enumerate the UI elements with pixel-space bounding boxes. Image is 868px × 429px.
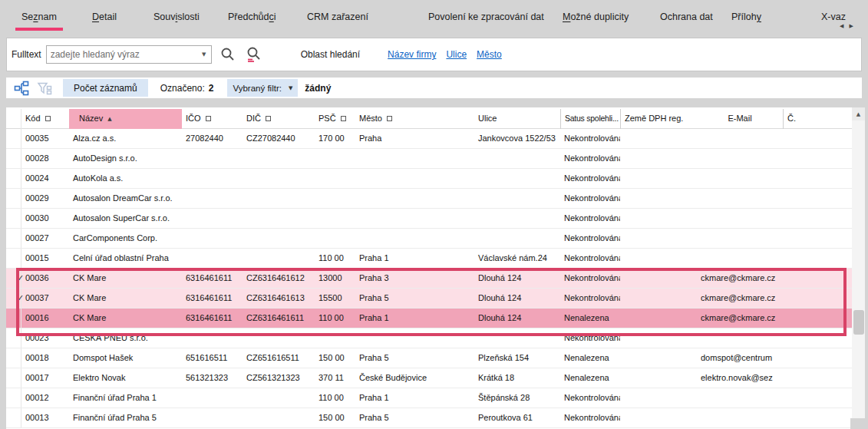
- row-select-indicator[interactable]: [6, 368, 21, 388]
- row-select-indicator[interactable]: [6, 209, 21, 228]
- vertical-scrollbar[interactable]: ▲: [852, 107, 865, 418]
- fulltext-input[interactable]: [47, 46, 197, 63]
- tab-ochrana-dat[interactable]: Ochrana dat: [654, 0, 719, 34]
- cell-dic: [243, 229, 315, 248]
- cell-nazev: AutoKola a.s.: [69, 169, 182, 188]
- tab-label: Souv: [153, 12, 176, 22]
- column-header-kod[interactable]: Kód: [21, 109, 69, 129]
- row-select-indicator[interactable]: [6, 149, 21, 168]
- column-header-status[interactable]: Satus spolehli...: [560, 109, 620, 129]
- column-header-nazev[interactable]: Název▲: [69, 109, 182, 129]
- search-area-link-1[interactable]: Název firmy: [388, 49, 436, 60]
- row-select-indicator[interactable]: [6, 309, 21, 328]
- cell-zeme: [620, 189, 697, 208]
- tab-predchudci[interactable]: Předchůdci: [222, 0, 282, 34]
- cell-ulice: Krátká 18: [474, 368, 560, 388]
- row-select-indicator[interactable]: [6, 249, 21, 268]
- cell-mesto: [355, 328, 474, 348]
- table-row[interactable]: 00012 Finanční úřad Praha 1 110 00 Praha…: [6, 388, 852, 408]
- search-icon[interactable]: [219, 46, 236, 63]
- table-row[interactable]: 00015 Celní úřad oblastní Praha 110 00 P…: [6, 249, 852, 269]
- cell-kod: 00013: [21, 408, 69, 427]
- filter-select[interactable]: Vybraný filtr: ▼: [227, 79, 298, 97]
- table-row[interactable]: 00017 Elektro Novak 561321323 CZ56132132…: [6, 368, 852, 388]
- cell-nazev: CK Mare: [69, 309, 182, 328]
- column-header-zeme[interactable]: Země DPH reg.: [620, 109, 697, 129]
- filter-box-icon[interactable]: [341, 116, 346, 121]
- up-arrow-icon: ▲: [856, 111, 860, 117]
- cell-nazev: CK Mare: [69, 269, 182, 288]
- cell-kod: 00036: [21, 269, 69, 288]
- record-count-button[interactable]: Počet záznamů: [63, 79, 148, 97]
- cell-kod: 00018: [21, 348, 69, 368]
- table-row[interactable]: 00016 CK Mare 6316461611 CZ6316461611 11…: [6, 309, 852, 328]
- tab-crm-zarazeni[interactable]: CRM zařazení: [301, 0, 375, 34]
- table-row[interactable]: 00035 Alza.cz a.s. 27082440 CZ27082440 1…: [6, 129, 852, 149]
- cell-nazev: CarComponents Corp.: [69, 229, 182, 248]
- cell-dic: CZ6316461613: [243, 289, 315, 308]
- column-header-ulice[interactable]: Ulice: [474, 109, 560, 129]
- combo-dropdown-button[interactable]: ▼: [197, 46, 211, 63]
- table-row[interactable]: 00023 ČESKÁ PNEU s.r.o. Nekontrolována: [6, 328, 852, 348]
- row-select-indicator[interactable]: [6, 408, 21, 427]
- row-select-indicator[interactable]: [6, 169, 21, 188]
- cell-ulice: Václavské nám.24: [474, 249, 560, 268]
- table-row[interactable]: 00027 CarComponents Corp. Nekontrolována: [6, 229, 852, 249]
- cell-kod: 00015: [21, 249, 69, 268]
- tree-view-icon[interactable]: [14, 81, 29, 96]
- search-area-link-2[interactable]: Ulice: [446, 49, 467, 60]
- fulltext-search-icon[interactable]: [246, 46, 262, 63]
- row-select-indicator[interactable]: ✓: [6, 269, 21, 288]
- filter-box-icon[interactable]: [266, 116, 271, 121]
- table-row[interactable]: 00029 Autosalon DreamCar s.r.o. Nekontro…: [6, 189, 852, 209]
- tab-scroll-left-icon[interactable]: ◀: [840, 23, 843, 29]
- tab-prilohy[interactable]: Přílohy: [725, 0, 767, 34]
- table-row[interactable]: 00028 AutoDesign s.r.o. Nekontrolována: [6, 149, 852, 169]
- row-select-indicator[interactable]: [6, 189, 21, 208]
- column-header-email[interactable]: E-Mail: [697, 109, 783, 129]
- tab-scroll-right-icon[interactable]: ▶: [849, 23, 853, 29]
- row-select-indicator[interactable]: [6, 328, 21, 348]
- tab-souvislosti[interactable]: Souvislosti: [147, 0, 206, 34]
- row-select-indicator[interactable]: [6, 388, 21, 408]
- cell-ico: 6316461611: [182, 289, 243, 308]
- row-select-indicator[interactable]: [6, 129, 21, 148]
- column-header-dic[interactable]: DIČ: [243, 109, 315, 129]
- row-select-indicator[interactable]: ✓: [6, 289, 21, 308]
- cell-mesto: [355, 149, 474, 168]
- scroll-up-button[interactable]: ▲: [852, 107, 865, 120]
- filter-box-icon[interactable]: [45, 116, 51, 121]
- cell-c: [783, 408, 850, 427]
- tab-seznam[interactable]: Seznam: [15, 0, 63, 34]
- scrollbar-thumb[interactable]: [853, 310, 864, 335]
- table-row[interactable]: 00013 Finanční úřad Praha 5 150 00 Praha…: [6, 408, 852, 428]
- search-area-link-3[interactable]: Město: [477, 49, 502, 60]
- cell-c: [783, 189, 850, 208]
- table-row[interactable]: 00018 Domspot Hašek 651616511 CZ65161651…: [6, 348, 852, 368]
- filter-box-icon[interactable]: [387, 116, 392, 121]
- column-header-ico[interactable]: IČO: [182, 109, 243, 129]
- table-row[interactable]: 00030 Autosalon SuperCar s.r.o. Nekontro…: [6, 209, 852, 229]
- cell-ico: 6316461611: [182, 269, 243, 288]
- tab-povoleni[interactable]: Povolení ke zpracování dat: [422, 0, 550, 34]
- table-row[interactable]: ✓ 00036 CK Mare 6316461611 CZ6316461612 …: [6, 269, 852, 289]
- cell-ico: 6316461611: [182, 309, 243, 328]
- cell-status: Nenalezena: [560, 368, 620, 388]
- row-select-indicator[interactable]: [6, 229, 21, 248]
- filter-box-icon[interactable]: [206, 116, 211, 121]
- tab-label: Se: [21, 12, 33, 22]
- cell-mesto: [355, 209, 474, 228]
- table-row[interactable]: 00024 AutoKola a.s. Nekontrolována: [6, 169, 852, 189]
- column-header-psc[interactable]: PSČ: [315, 109, 355, 129]
- table-row[interactable]: ✓ 00037 CK Mare 6316461611 CZ6316461613 …: [6, 289, 852, 309]
- cell-dic: CZ561321323: [243, 368, 315, 388]
- cell-status: Nekontrolována: [560, 189, 620, 208]
- cell-zeme: [620, 249, 697, 268]
- filter-icon[interactable]: [37, 81, 52, 96]
- cell-psc: [315, 189, 355, 208]
- tab-mozne-duplicity[interactable]: Možné duplicity: [556, 0, 635, 34]
- tab-detail[interactable]: Detail: [86, 0, 123, 34]
- column-header-c[interactable]: Č.: [783, 109, 850, 129]
- row-select-indicator[interactable]: [6, 348, 21, 368]
- column-header-mesto[interactable]: Město: [355, 109, 474, 129]
